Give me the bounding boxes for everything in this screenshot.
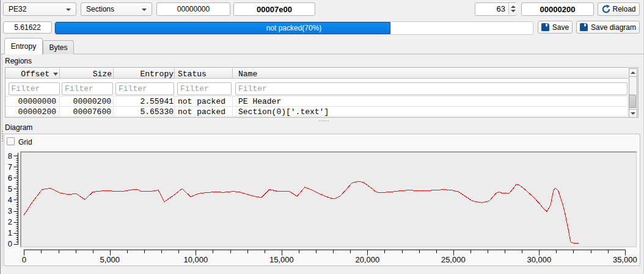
svg-text:6: 6 [8,173,12,182]
svg-text:25,000: 25,000 [441,255,466,264]
svg-text:7: 7 [8,162,12,171]
svg-text:3: 3 [8,206,12,215]
svg-text:30,000: 30,000 [527,255,551,264]
svg-text:10,000: 10,000 [183,255,208,264]
svg-text:0: 0 [22,255,26,264]
svg-text:5: 5 [8,184,12,193]
svg-text:5,000: 5,000 [100,255,120,264]
svg-text:2: 2 [8,217,12,226]
svg-text:15,000: 15,000 [269,255,294,264]
svg-text:4: 4 [8,195,12,204]
svg-text:1: 1 [8,228,12,237]
svg-text:8: 8 [8,151,12,160]
svg-text:35,000: 35,000 [613,255,637,264]
svg-text:20,000: 20,000 [355,255,379,264]
svg-text:0: 0 [8,239,12,248]
